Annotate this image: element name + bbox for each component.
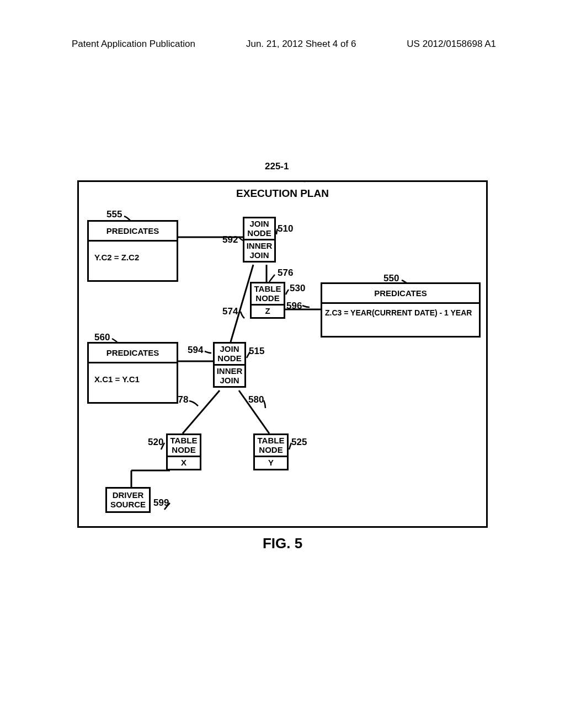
table-node-525: TABLE NODE Y [253, 433, 289, 470]
predicates-560-title: PREDICATES [89, 344, 177, 362]
table-node-520-line1: TABLE NODE [168, 435, 200, 457]
predicates-550-content: Z.C3 = YEAR(CURRENT DATE) - 1 YEAR [322, 302, 479, 322]
ref-label-555: 555 [106, 209, 122, 220]
table-node-530-line3: Z [252, 306, 284, 317]
table-node-530-line1: TABLE NODE [252, 283, 284, 306]
ref-label-596: 596 [286, 301, 302, 312]
ref-label-574: 574 [222, 306, 238, 317]
predicates-555-content: Y.C2 = Z.C2 [89, 240, 177, 273]
ref-label-560: 560 [94, 332, 110, 343]
predicates-555-title: PREDICATES [89, 222, 177, 240]
ref-label-580: 580 [248, 394, 264, 405]
predicates-550: PREDICATES Z.C3 = YEAR(CURRENT DATE) - 1… [321, 282, 481, 338]
table-node-520: TABLE NODE X [166, 433, 201, 470]
execution-plan-title: EXECUTION PLAN [79, 188, 486, 200]
header-right-text: US 2012/0158698 A1 [407, 39, 496, 50]
header-left-text: Patent Application Publication [72, 39, 195, 50]
driver-source-box: DRIVER SOURCE [105, 487, 151, 513]
predicates-555: PREDICATES Y.C2 = Z.C2 [87, 220, 178, 282]
predicates-550-title: PREDICATES [322, 284, 479, 302]
predicates-560: PREDICATES X.C1 = Y.C1 [87, 342, 178, 404]
ref-label-525: 525 [291, 437, 307, 448]
join-node-510-line2: INNER JOIN [244, 240, 274, 261]
ref-label-510: 510 [278, 223, 293, 234]
table-node-530: TABLE NODE Z [250, 282, 285, 319]
figure-label: FIG. 5 [0, 535, 565, 552]
execution-plan-diagram: 225-1 EXECUTION PLAN [77, 172, 488, 531]
execution-plan-box: EXECUTION PLAN [77, 180, 488, 528]
ref-label-594: 594 [188, 345, 203, 356]
predicates-560-content: X.C1 = Y.C1 [89, 362, 177, 395]
header-center-text: Jun. 21, 2012 Sheet 4 of 6 [246, 39, 356, 50]
join-node-510-line1: JOIN NODE [244, 218, 274, 240]
ref-label-225-1: 225-1 [265, 161, 289, 172]
ref-label-576: 576 [278, 267, 293, 279]
table-node-525-line3: Y [255, 457, 287, 469]
ref-label-520: 520 [148, 437, 163, 448]
table-node-520-line3: X [168, 457, 200, 469]
table-node-525-line1: TABLE NODE [255, 435, 287, 457]
ref-label-515: 515 [249, 346, 264, 357]
join-node-515: JOIN NODE INNER JOIN [213, 342, 246, 388]
ref-label-530: 530 [290, 283, 305, 294]
ref-label-592: 592 [222, 234, 238, 245]
ref-label-599: 599 [153, 497, 169, 508]
join-node-515-line1: JOIN NODE [215, 344, 244, 366]
join-node-510: JOIN NODE INNER JOIN [243, 217, 276, 263]
patent-header: Patent Application Publication Jun. 21, … [0, 39, 565, 50]
join-node-515-line2: INNER JOIN [215, 366, 244, 386]
